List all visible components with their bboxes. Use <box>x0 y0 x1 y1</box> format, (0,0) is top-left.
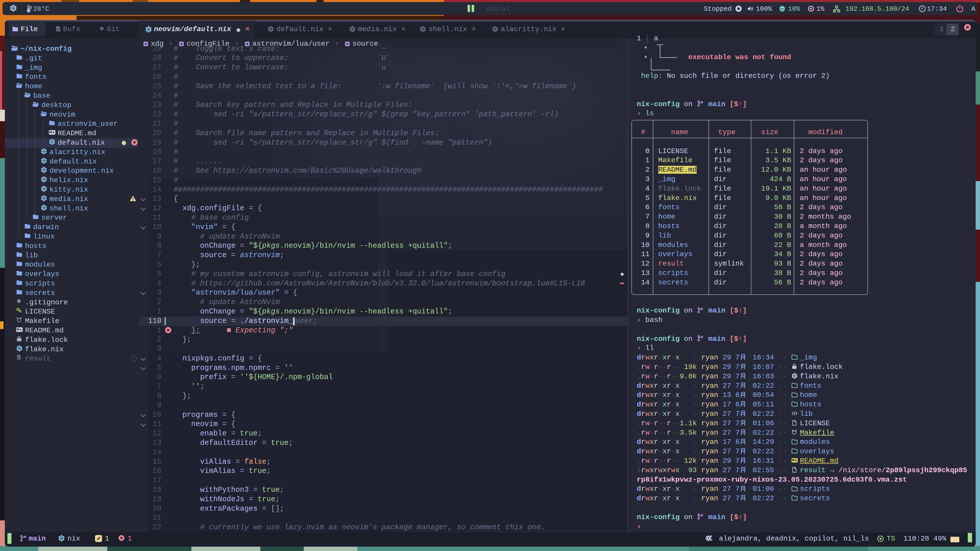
svg-text:64: 64 <box>781 8 784 11</box>
